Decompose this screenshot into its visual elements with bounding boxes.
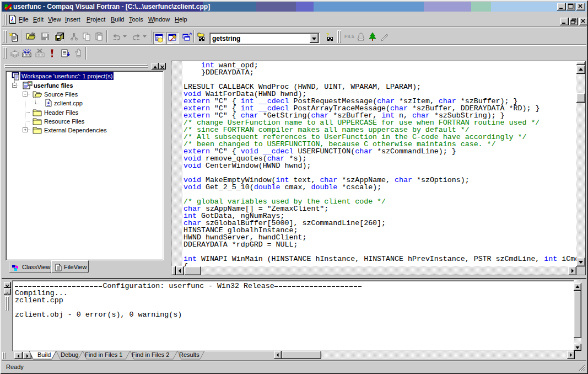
svg-text:?: ? <box>326 32 330 38</box>
svg-text:F8.5: F8.5 <box>344 34 354 39</box>
